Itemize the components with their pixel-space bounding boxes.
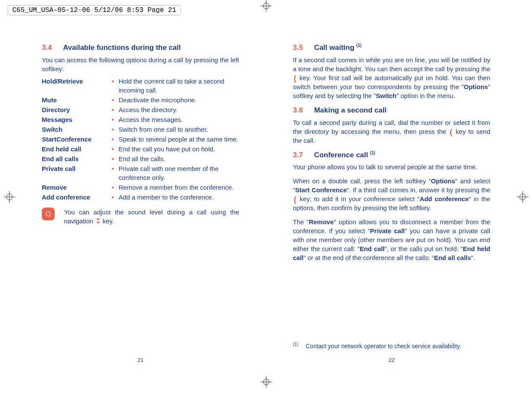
function-description: Hold the current call to take a second i… bbox=[119, 77, 239, 95]
section-3-7-p3: The "Remove" option allows you to discon… bbox=[293, 217, 491, 262]
function-description: End all the calls. bbox=[119, 154, 239, 163]
tip-text: You can adjust the sound level during a … bbox=[64, 208, 239, 226]
function-name: Directory bbox=[42, 105, 112, 114]
function-row: Hold/Retrieve•Hold the current call to t… bbox=[42, 77, 239, 95]
svg-line-17 bbox=[46, 211, 47, 212]
bullet-icon: • bbox=[112, 135, 119, 144]
tip-icon bbox=[42, 208, 55, 220]
function-description: End the call you have put on hold. bbox=[119, 144, 239, 153]
function-name: Remove bbox=[42, 183, 112, 192]
function-name: Hold/Retrieve bbox=[42, 77, 112, 86]
function-row: End all calls•End all the calls. bbox=[42, 154, 239, 163]
svg-point-3 bbox=[263, 379, 269, 385]
function-description: Switch from one call to another. bbox=[119, 125, 239, 134]
page-number-left: 21 bbox=[30, 356, 251, 364]
section-title: Making a second call bbox=[314, 106, 387, 114]
bullet-icon: • bbox=[112, 77, 119, 86]
section-number: 3.5 bbox=[293, 43, 303, 52]
function-description: Add a member to the conference. bbox=[119, 193, 239, 202]
function-row: Mute•Deactivate the microphone. bbox=[42, 95, 239, 104]
section-3-7-heading: 3.7Conference call (1) bbox=[293, 150, 491, 160]
function-row: Switch•Switch from one call to another. bbox=[42, 125, 239, 134]
navigation-key-icon bbox=[96, 217, 100, 226]
bullet-icon: • bbox=[112, 105, 119, 114]
function-name: Messages bbox=[42, 115, 112, 124]
bullet-icon: • bbox=[112, 183, 119, 192]
bullet-icon: • bbox=[112, 193, 119, 202]
function-description: Speak to several people at the same time… bbox=[119, 135, 239, 144]
function-name: End held call bbox=[42, 144, 112, 153]
call-key-icon: ( bbox=[294, 75, 297, 81]
call-key-icon: ( bbox=[450, 129, 452, 135]
function-row: Private call•Private call with one membe… bbox=[42, 164, 239, 182]
section-number: 3.6 bbox=[293, 106, 303, 114]
section-3-4-heading: 3.4Available functions during the call bbox=[42, 43, 239, 53]
function-row: Remove•Remove a member from the conferen… bbox=[42, 183, 239, 192]
function-row: Add conference•Add a member to the confe… bbox=[42, 193, 239, 202]
function-name: Private call bbox=[42, 164, 112, 173]
footnote: (1)Contact your network operator to chec… bbox=[293, 341, 491, 350]
bullet-icon: • bbox=[112, 115, 119, 124]
registration-mark-right-icon bbox=[517, 191, 529, 205]
bullet-icon: • bbox=[112, 95, 119, 104]
svg-point-12 bbox=[47, 212, 50, 216]
registration-mark-bottom-icon bbox=[260, 376, 272, 390]
svg-line-18 bbox=[50, 216, 51, 217]
svg-line-20 bbox=[50, 211, 51, 212]
function-row: StartConference•Speak to several people … bbox=[42, 135, 239, 144]
function-name: Mute bbox=[42, 95, 112, 104]
footnote-marker: (1) bbox=[293, 342, 298, 347]
section-title: Call waiting bbox=[314, 43, 356, 52]
bullet-icon: • bbox=[112, 125, 119, 134]
print-job-header: C65_UM_USA-05-12-06 5/12/06 8:53 Page 21 bbox=[8, 5, 181, 15]
function-row: Messages•Access the messages. bbox=[42, 115, 239, 124]
svg-point-6 bbox=[6, 194, 12, 200]
function-description: Deactivate the microphone. bbox=[119, 95, 239, 104]
tip-note: You can adjust the sound level during a … bbox=[42, 208, 239, 226]
section-title: Available functions during the call bbox=[63, 43, 181, 52]
section-3-5-heading: 3.5Call waiting (1) bbox=[293, 43, 491, 53]
footnote-ref: (1) bbox=[370, 150, 375, 155]
registration-mark-left-icon bbox=[3, 191, 15, 205]
section-3-7-p1: Your phone allows you to talk to several… bbox=[293, 162, 491, 171]
page-number-right: 22 bbox=[281, 356, 503, 364]
svg-marker-21 bbox=[96, 218, 100, 220]
function-description: Remove a member from the conference. bbox=[119, 183, 239, 192]
function-name: StartConference bbox=[42, 135, 112, 144]
function-description: Access the messages. bbox=[119, 115, 239, 124]
call-key-icon: ( bbox=[294, 196, 297, 202]
section-3-4-intro: You can access the following options dur… bbox=[42, 55, 239, 73]
svg-line-19 bbox=[46, 216, 47, 217]
function-row: Directory•Access the directory. bbox=[42, 105, 239, 114]
svg-point-0 bbox=[263, 3, 269, 9]
function-name: End all calls bbox=[42, 154, 112, 163]
footnote-ref: (1) bbox=[356, 43, 361, 48]
svg-marker-22 bbox=[96, 222, 100, 224]
section-3-5-body: If a second call comes in while you are … bbox=[293, 55, 491, 100]
function-description: Access the directory. bbox=[119, 105, 239, 114]
function-name: Switch bbox=[42, 125, 112, 134]
svg-point-9 bbox=[520, 194, 526, 200]
section-number: 3.7 bbox=[293, 151, 303, 159]
registration-mark-top-icon bbox=[260, 0, 272, 14]
section-3-6-body: To call a second party during a call, di… bbox=[293, 118, 491, 145]
bullet-icon: • bbox=[112, 154, 119, 163]
section-3-7-p2: When on a double call, press the left so… bbox=[293, 176, 491, 212]
section-title: Conference call bbox=[314, 151, 370, 159]
section-number: 3.4 bbox=[42, 43, 52, 52]
page-right: 3.5Call waiting (1) If a second call com… bbox=[281, 30, 503, 367]
page-spread: 3.4Available functions during the call Y… bbox=[30, 30, 502, 367]
section-3-6-heading: 3.6Making a second call bbox=[293, 105, 491, 116]
bullet-icon: • bbox=[112, 164, 119, 173]
functions-list: Hold/Retrieve•Hold the current call to t… bbox=[42, 77, 239, 202]
bullet-icon: • bbox=[112, 144, 119, 153]
page-left: 3.4Available functions during the call Y… bbox=[30, 30, 251, 367]
function-description: Private call with one member of the conf… bbox=[119, 164, 239, 182]
function-row: End held call•End the call you have put … bbox=[42, 144, 239, 153]
function-name: Add conference bbox=[42, 193, 112, 202]
footnote-text: Contact your network operator to check s… bbox=[306, 342, 461, 349]
